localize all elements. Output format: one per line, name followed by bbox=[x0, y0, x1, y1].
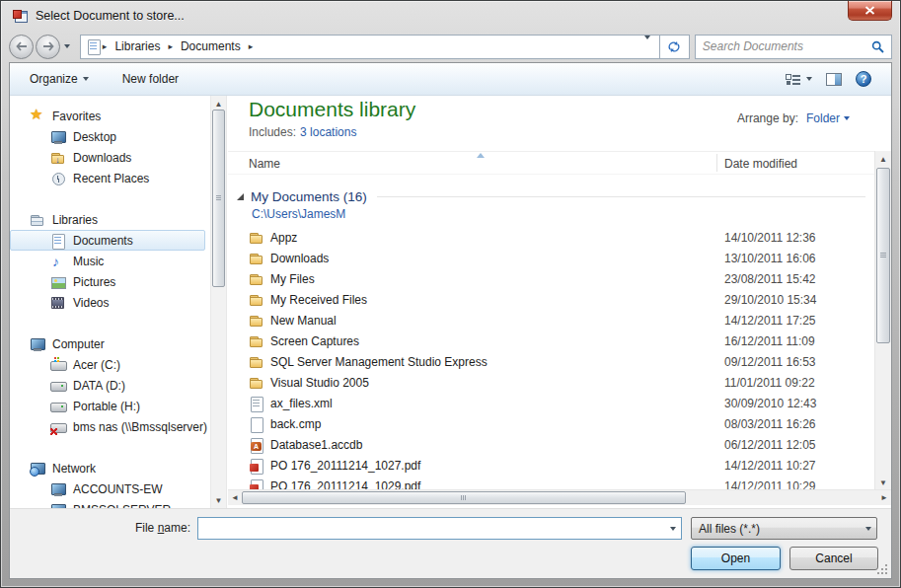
file-row-po-176-20111214-1029-pdf[interactable]: PO 176_20111214_1029.pdf14/12/2011 10:29 bbox=[228, 476, 874, 490]
file-row-my-files[interactable]: My Files23/08/2011 15:42 bbox=[228, 268, 874, 289]
breadcrumb-item-documents[interactable]: Documents bbox=[174, 37, 248, 57]
window-title: Select Document to store... bbox=[36, 9, 185, 23]
sidebar-section-computer: ComputerAcer (C:)DATA (D:)Portable (H:)b… bbox=[10, 333, 208, 437]
workstation-icon bbox=[50, 481, 66, 497]
sidebar-item-portable-h[interactable]: Portable (H:) bbox=[10, 396, 205, 416]
help-button[interactable]: ? bbox=[856, 71, 871, 87]
sidebar-item-accounts-ew[interactable]: ACCOUNTS-EW bbox=[10, 478, 205, 499]
vertical-scrollbar[interactable]: ▲ ▼ bbox=[874, 151, 891, 490]
sidebar-item-downloads[interactable]: Downloads bbox=[10, 147, 205, 168]
horizontal-scrollbar[interactable]: ◄ ► bbox=[228, 489, 891, 505]
group-header[interactable]: My Documents (16) bbox=[237, 186, 865, 206]
sidebar-section-header-computer[interactable]: Computer bbox=[10, 333, 208, 354]
pdf-file-icon bbox=[249, 458, 264, 474]
cancel-button[interactable]: Cancel bbox=[789, 547, 878, 570]
address-bar[interactable]: ▸Libraries▸Documents▸ bbox=[80, 35, 660, 59]
file-date-modified: 11/01/2011 09:22 bbox=[724, 376, 815, 390]
scroll-down-button[interactable]: ▼ bbox=[875, 475, 891, 490]
sidebar-section-network: NetworkACCOUNTS-EWBMSSQLSERVER bbox=[10, 458, 208, 508]
scrollbar-thumb[interactable] bbox=[212, 110, 225, 287]
file-row-database1-accdb[interactable]: Database1.accdb06/12/2011 12:05 bbox=[228, 434, 874, 455]
sidebar-item-pictures[interactable]: Pictures bbox=[10, 271, 205, 292]
open-button[interactable]: Open bbox=[691, 547, 781, 570]
scroll-left-button[interactable]: ◄ bbox=[228, 490, 242, 505]
sidebar-item-desktop[interactable]: Desktop bbox=[10, 126, 205, 147]
sidebar-section-header-network[interactable]: Network bbox=[10, 458, 208, 478]
sidebar-scrollbar[interactable]: ▲ ▼ bbox=[210, 96, 227, 508]
dialog-window: Select Document to store... ▸Libraries▸D… bbox=[0, 0, 901, 588]
file-date-modified: 16/12/2011 11:09 bbox=[724, 334, 815, 348]
application-icon bbox=[12, 8, 28, 24]
scroll-right-button[interactable]: ► bbox=[877, 490, 891, 505]
open-button-label: Open bbox=[721, 551, 750, 565]
file-row-po-176-20111214-1027-pdf[interactable]: PO 176_20111214_1027.pdf14/12/2011 10:27 bbox=[228, 455, 874, 476]
search-box[interactable] bbox=[695, 35, 892, 59]
scrollbar-thumb[interactable] bbox=[876, 168, 890, 343]
new-folder-label: New folder bbox=[122, 72, 179, 86]
refresh-button[interactable] bbox=[660, 35, 690, 59]
file-row-my-received-files[interactable]: My Received Files29/10/2010 15:34 bbox=[228, 289, 874, 310]
xml-file-icon bbox=[249, 396, 264, 411]
file-row-screen-captures[interactable]: Screen Captures16/12/2011 11:09 bbox=[228, 331, 874, 351]
close-button[interactable] bbox=[848, 1, 892, 21]
folder-icon bbox=[249, 292, 264, 308]
file-name-combobox[interactable] bbox=[197, 517, 682, 540]
file-type-dropdown[interactable]: All files (*.*) bbox=[691, 517, 877, 540]
file-row-downloads[interactable]: Downloads13/10/2011 16:06 bbox=[228, 248, 874, 268]
title-bar[interactable]: Select Document to store... bbox=[1, 1, 900, 31]
file-name-input[interactable] bbox=[198, 518, 664, 539]
arrange-by-dropdown[interactable]: Folder bbox=[806, 111, 850, 125]
sidebar-item-label: ACCOUNTS-EW bbox=[73, 482, 163, 496]
preview-pane-button[interactable] bbox=[826, 73, 842, 86]
column-header-name[interactable]: Name bbox=[249, 157, 280, 171]
sidebar-section-favorites: FavoritesDesktopDownloadsRecent Places bbox=[10, 106, 208, 188]
change-view-button[interactable] bbox=[786, 73, 812, 85]
column-header-date-modified[interactable]: Date modified bbox=[724, 157, 797, 171]
back-button[interactable] bbox=[9, 35, 34, 59]
sidebar-item-acer-c[interactable]: Acer (C:) bbox=[10, 354, 205, 375]
drive-net-error-icon bbox=[50, 419, 66, 435]
file-row-new-manual[interactable]: New Manual14/12/2011 17:25 bbox=[228, 310, 874, 331]
address-dropdown-button[interactable] bbox=[644, 39, 654, 53]
resize-grip[interactable] bbox=[877, 564, 888, 575]
sidebar-item-videos[interactable]: Videos bbox=[10, 292, 205, 313]
scrollbar-thumb[interactable] bbox=[242, 491, 686, 504]
sidebar-item-documents[interactable]: Documents bbox=[10, 230, 205, 251]
file-list: Appz14/10/2011 12:36Downloads13/10/2011 … bbox=[228, 227, 874, 490]
file-name: My Files bbox=[270, 272, 315, 286]
sidebar-section-header-libraries[interactable]: Libraries bbox=[10, 209, 208, 230]
locations-link[interactable]: 3 locations bbox=[300, 125, 356, 139]
file-row-sql-server-management-studio-express[interactable]: SQL Server Management Studio Express09/1… bbox=[228, 351, 874, 372]
arrange-by-control: Arrange by: Folder bbox=[737, 111, 850, 125]
forward-button[interactable] bbox=[36, 35, 60, 59]
file-name: Visual Studio 2005 bbox=[270, 376, 369, 390]
breadcrumb-item-libraries[interactable]: Libraries bbox=[108, 37, 167, 57]
file-name: Downloads bbox=[270, 252, 329, 265]
file-type-dropdown-button[interactable] bbox=[860, 518, 876, 539]
file-row-back-cmp[interactable]: back.cmp08/03/2011 16:26 bbox=[228, 413, 874, 434]
file-row-visual-studio-2005[interactable]: Visual Studio 200511/01/2011 09:22 bbox=[228, 372, 874, 393]
file-date-modified: 08/03/2011 16:26 bbox=[724, 417, 816, 431]
sidebar-item-bms-nas-bmssqlserver-m[interactable]: bms nas (\\Bmssqlserver) (M bbox=[10, 416, 205, 437]
search-input[interactable] bbox=[703, 39, 871, 53]
scroll-up-button[interactable]: ▲ bbox=[875, 151, 891, 167]
file-row-ax-files-xml[interactable]: ax_files.xml30/09/2010 12:43 bbox=[228, 393, 874, 413]
sidebar-item-label: Pictures bbox=[73, 275, 115, 289]
file-row-appz[interactable]: Appz14/10/2011 12:36 bbox=[228, 227, 874, 248]
sidebar-item-recent-places[interactable]: Recent Places bbox=[10, 168, 205, 188]
sidebar-item-label: Acer (C:) bbox=[73, 358, 120, 372]
column-separator[interactable] bbox=[716, 154, 717, 172]
file-name: Appz bbox=[270, 231, 297, 245]
new-folder-button[interactable]: New folder bbox=[122, 72, 179, 86]
sidebar-item-data-d[interactable]: DATA (D:) bbox=[10, 375, 205, 396]
scroll-down-button[interactable]: ▼ bbox=[211, 492, 226, 508]
file-name-dropdown-button[interactable] bbox=[664, 518, 681, 539]
recent-pages-dropdown[interactable] bbox=[60, 44, 74, 48]
sidebar-item-label: Portable (H:) bbox=[73, 400, 140, 413]
sidebar-section-header-favorites[interactable]: Favorites bbox=[10, 106, 208, 126]
drive-win-icon bbox=[50, 357, 66, 373]
sidebar-item-bmssqlserver[interactable]: BMSSQLSERVER bbox=[10, 499, 205, 508]
organize-button[interactable]: Organize bbox=[30, 72, 89, 86]
sidebar-item-music[interactable]: Music bbox=[10, 251, 205, 271]
collapse-group-icon[interactable] bbox=[237, 193, 244, 200]
